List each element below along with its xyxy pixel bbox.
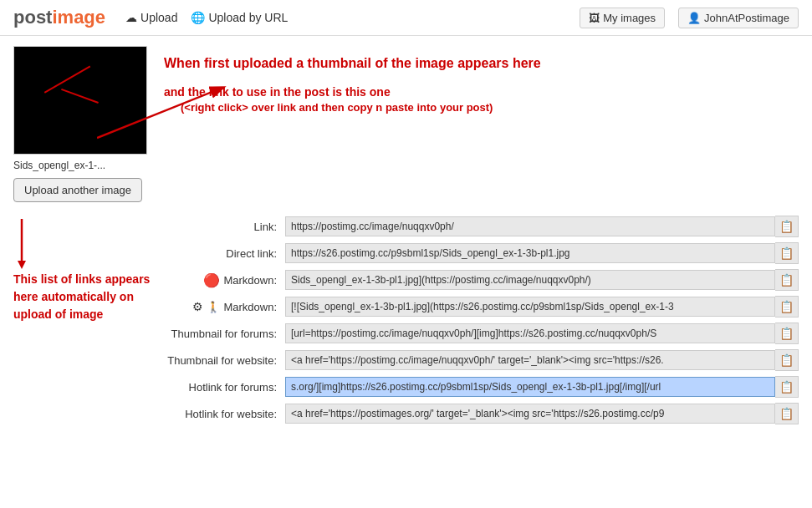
link-label-direct-link: Direct link:: [151, 247, 285, 260]
images-icon: 🖼: [589, 12, 600, 24]
nav-upload-by-url-label: Upload by URL: [208, 11, 288, 24]
nav-upload-by-url[interactable]: 🌐 Upload by URL: [191, 11, 288, 24]
nav-upload-label: Upload: [140, 11, 177, 24]
header-right: 🖼 My images 👤 JohnAtPostimage: [580, 8, 799, 28]
nav-upload[interactable]: ☁ Upload: [125, 11, 177, 24]
copy-button-direct-link[interactable]: 📋: [775, 242, 799, 264]
copy-button-thumbnail-forums[interactable]: 📋: [775, 323, 799, 344]
logo-image: image: [52, 7, 105, 28]
annotation-link-intro: and the link to use in the post is this …: [164, 84, 799, 114]
copy-button-link[interactable]: 📋: [775, 216, 799, 237]
left-annotation: This list of links appears here automati…: [13, 216, 151, 429]
copy-button-thumbnail-website[interactable]: 📋: [775, 349, 799, 371]
annotation-sub2: (<right click> over link and then copy n…: [164, 101, 799, 114]
thumbnail-container: [13, 46, 147, 155]
link-input-markdown-github[interactable]: [285, 297, 775, 317]
header: postimage ☁ Upload 🌐 Upload by URL 🖼 My …: [0, 0, 812, 36]
copy-icon: 📋: [779, 327, 794, 340]
link-row: 🔴 Markdown: 📋: [151, 269, 799, 291]
reddit-icon: 🔴: [203, 272, 220, 288]
copy-icon: 📋: [779, 380, 794, 394]
image-line-1: [43, 66, 90, 94]
top-section: Sids_opengl_ex-1-... Upload another imag…: [13, 46, 799, 202]
thumbnail-image: [14, 47, 146, 154]
github-icon2: 🚶: [207, 301, 220, 313]
left-annotation-label: This list of links appears here automati…: [13, 272, 150, 321]
svg-marker-3: [18, 261, 26, 269]
copy-icon: 📋: [779, 220, 794, 233]
copy-button-hotlink-website[interactable]: 📋: [775, 403, 799, 424]
copy-icon: 📋: [779, 353, 794, 367]
link-row: Hotlink for forums: 📋: [151, 376, 799, 398]
link-label-thumbnail-website: Thumbnail for website:: [151, 354, 285, 367]
link-input-markdown-reddit[interactable]: [285, 270, 775, 290]
copy-button-markdown-github[interactable]: 📋: [775, 296, 799, 318]
copy-button-hotlink-forums[interactable]: 📋: [775, 376, 799, 398]
content-area: This list of links appears here automati…: [13, 216, 799, 429]
my-images-link[interactable]: 🖼 My images: [580, 8, 665, 28]
logo-post: post: [13, 7, 52, 28]
upload-another-button[interactable]: Upload another image: [13, 178, 142, 202]
link-input-direct-link[interactable]: [285, 243, 775, 263]
annotation-area: When first uploaded a thumbnail of the i…: [164, 46, 799, 114]
nav-links: ☁ Upload 🌐 Upload by URL: [125, 11, 580, 24]
copy-button-markdown-reddit[interactable]: 📋: [775, 269, 799, 291]
link-row: Thumbnail for forums: 📋: [151, 323, 799, 344]
upload-icon: ☁: [125, 11, 137, 24]
copy-icon: 📋: [779, 273, 794, 287]
copy-icon: 📋: [779, 300, 794, 313]
link-row: ⚙ 🚶 Markdown: 📋: [151, 296, 799, 318]
globe-icon: 🌐: [191, 11, 205, 24]
copy-icon: 📋: [779, 246, 794, 260]
down-arrow-svg: [13, 219, 30, 269]
link-label-hotlink-forums: Hotlink for forums:: [151, 381, 285, 394]
main-content: Sids_opengl_ex-1-... Upload another imag…: [0, 36, 812, 439]
link-label-markdown-reddit: 🔴 Markdown:: [151, 272, 285, 288]
link-label-link: Link:: [151, 221, 285, 233]
link-label-thumbnail-forums: Thumbnail for forums:: [151, 328, 285, 340]
link-rows-container: Link: 📋 Direct link: 📋 🔴 Markdown: 📋 ⚙ 🚶…: [151, 216, 799, 424]
links-section: Link: 📋 Direct link: 📋 🔴 Markdown: 📋 ⚙ 🚶…: [151, 216, 799, 429]
link-row: Thumbnail for website: 📋: [151, 349, 799, 371]
copy-icon: 📋: [779, 407, 794, 420]
link-input-link[interactable]: [285, 216, 775, 236]
link-row: Direct link: 📋: [151, 242, 799, 264]
link-input-hotlink-website[interactable]: [285, 404, 775, 424]
link-row: Link: 📋: [151, 216, 799, 237]
image-filename: Sids_opengl_ex-1-...: [13, 160, 105, 171]
link-input-thumbnail-forums[interactable]: [285, 323, 775, 343]
link-label-hotlink-website: Hotlink for website:: [151, 408, 285, 420]
link-label-markdown-github: ⚙ 🚶 Markdown:: [151, 300, 285, 313]
annotation-subtitle: and the link to use in the post is this …: [164, 84, 799, 101]
left-annotation-text: This list of links appears here automati…: [13, 219, 151, 323]
account-label: JohnAtPostimage: [704, 12, 789, 24]
my-images-label: My images: [603, 12, 656, 24]
github-icon: ⚙: [192, 300, 203, 313]
image-line-2: [61, 89, 99, 104]
link-row: Hotlink for website: 📋: [151, 403, 799, 424]
image-box: Sids_opengl_ex-1-... Upload another imag…: [13, 46, 147, 202]
link-input-hotlink-forums[interactable]: [285, 377, 775, 397]
logo: postimage: [13, 7, 105, 28]
account-link[interactable]: 👤 JohnAtPostimage: [678, 8, 799, 28]
annotation-title: When first uploaded a thumbnail of the i…: [164, 54, 799, 73]
link-input-thumbnail-website[interactable]: [285, 350, 775, 370]
user-icon: 👤: [687, 12, 701, 24]
